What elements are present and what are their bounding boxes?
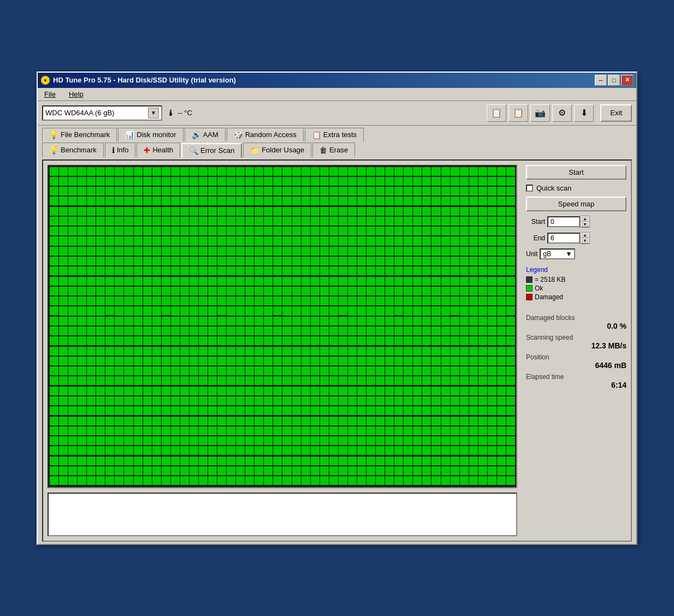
grid-cell [441, 387, 450, 395]
grid-cell [190, 366, 198, 375]
grid-cell [105, 287, 114, 295]
tab-file-benchmark[interactable]: 💡 File Benchmark [42, 128, 117, 141]
camera-icon[interactable]: 📷 [530, 104, 550, 122]
quick-scan-checkbox[interactable] [526, 185, 533, 192]
grid-cell [451, 257, 459, 265]
unit-select[interactable]: gB ▼ [540, 248, 575, 259]
grid-cell [143, 446, 152, 455]
grid-cell [478, 167, 487, 176]
folder-usage-icon: 📁 [250, 146, 259, 155]
grid-cell [506, 376, 515, 385]
grid-cell [245, 247, 254, 256]
grid-cell [171, 297, 180, 305]
grid-cell [68, 297, 77, 305]
grid-cell [422, 366, 431, 375]
grid-cell [292, 287, 301, 295]
minimize-button[interactable]: ─ [595, 75, 607, 86]
tab-health[interactable]: ✚ Health [137, 143, 180, 157]
grid-cell [255, 387, 263, 395]
grid-cell [441, 436, 450, 445]
grid-cell [208, 417, 217, 425]
grid-cell [311, 387, 320, 395]
grid-cell [180, 336, 189, 345]
drive-select[interactable]: WDC WD64AA (6 gB) ▼ [42, 105, 162, 121]
grid-cell [255, 357, 263, 365]
grid-cell [50, 327, 58, 335]
grid-cell [469, 287, 478, 295]
end-up-arrow[interactable]: ▲ [581, 233, 589, 238]
download-icon[interactable]: ⬇ [574, 104, 594, 122]
grid-cell [478, 427, 487, 435]
grid-cell [87, 297, 96, 305]
copy2-icon[interactable]: 📋 [509, 104, 528, 122]
grid-cell [162, 357, 170, 365]
grid-cell [431, 297, 440, 305]
tab-random-access[interactable]: 🎲 Random Access [227, 128, 304, 141]
grid-cell [190, 177, 198, 186]
grid-cell [134, 436, 143, 445]
grid-cell [451, 217, 459, 226]
grid-cell [96, 406, 105, 415]
copy-icon[interactable]: 📋 [487, 104, 506, 122]
grid-cell [190, 167, 198, 176]
grid-cell [245, 167, 254, 176]
settings-icon[interactable]: ⚙ [552, 104, 572, 122]
grid-cell [217, 187, 226, 196]
grid-cell [311, 217, 320, 226]
menu-help[interactable]: Help [67, 89, 86, 99]
tab-info[interactable]: ℹ Info [105, 143, 136, 157]
grid-cell [264, 277, 273, 286]
grid-cell [68, 236, 77, 245]
end-down-arrow[interactable]: ▼ [581, 238, 589, 244]
tab-aam[interactable]: 🔊 AAM [185, 128, 226, 141]
tab-folder-usage[interactable]: 📁 Folder Usage [243, 143, 311, 157]
start-up-arrow[interactable]: ▲ [581, 216, 589, 222]
exit-button[interactable]: Exit [600, 104, 632, 122]
drive-dropdown-arrow[interactable]: ▼ [148, 108, 159, 119]
end-value[interactable]: 6 [547, 233, 580, 244]
start-value[interactable]: 0 [547, 216, 580, 227]
grid-cell [460, 247, 469, 256]
grid-cell [431, 427, 440, 435]
grid-cell [236, 427, 245, 435]
grid-cell [348, 457, 357, 465]
grid-cell [357, 287, 366, 295]
grid-cell [460, 417, 469, 425]
grid-cell [115, 247, 123, 256]
tab-disk-monitor[interactable]: 📊 Disk monitor [118, 128, 183, 141]
start-down-arrow[interactable]: ▼ [581, 222, 589, 227]
grid-cell [96, 197, 105, 205]
grid-cell [478, 306, 487, 315]
tab-benchmark[interactable]: 💡 Benchmark [42, 143, 104, 157]
grid-cell [404, 287, 412, 295]
menu-file[interactable]: File [42, 89, 58, 99]
grid-cell [162, 187, 170, 196]
grid-cell [413, 197, 422, 205]
tab-extra-tests[interactable]: 📋 Extra tests [305, 128, 364, 141]
grid-cell [171, 236, 180, 245]
grid-cell [87, 457, 96, 465]
grid-cell [227, 257, 235, 265]
grid-cell [217, 466, 226, 475]
close-button[interactable]: ✕ [621, 75, 633, 86]
grid-cell [357, 427, 366, 435]
grid-cell [236, 257, 245, 265]
tab-erase[interactable]: 🗑 Erase [312, 143, 355, 157]
grid-cell [236, 277, 245, 286]
grid-cell [152, 257, 161, 265]
grid-cell [162, 227, 170, 235]
grid-cell [357, 436, 366, 445]
grid-cell [171, 327, 180, 335]
grid-cell [152, 327, 161, 335]
grid-cell [441, 247, 450, 256]
tab-error-scan[interactable]: 🔍 Error Scan [181, 143, 242, 158]
grid-cell [404, 466, 412, 475]
maximize-button[interactable]: □ [608, 75, 620, 86]
speed-map-button[interactable]: Speed map [526, 197, 626, 211]
grid-cell [115, 336, 123, 345]
grid-cell [282, 217, 291, 226]
grid-cell [96, 177, 105, 186]
start-button[interactable]: Start [526, 165, 626, 180]
grid-cell [478, 317, 487, 325]
grid-cell [282, 167, 291, 176]
